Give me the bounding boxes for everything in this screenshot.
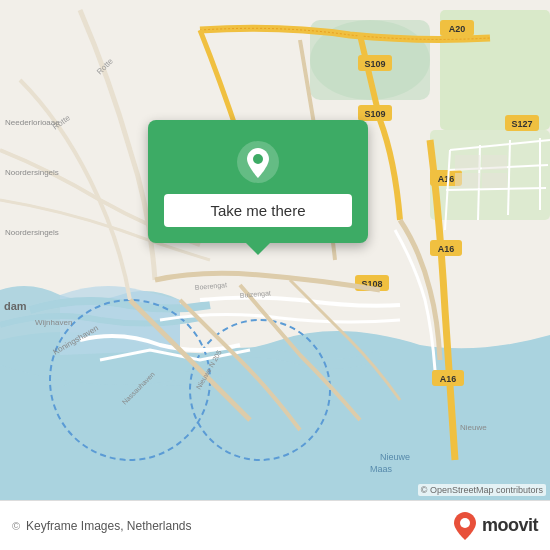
map-attribution: © OpenStreetMap contributors — [418, 484, 546, 496]
svg-text:Neederlorioaae: Neederlorioaae — [5, 118, 60, 127]
take-me-there-button[interactable]: Take me there — [164, 194, 352, 227]
svg-text:A16: A16 — [438, 244, 455, 254]
svg-text:S109: S109 — [364, 59, 385, 69]
svg-text:Noordersingels: Noordersingels — [5, 168, 59, 177]
svg-text:S127: S127 — [511, 119, 532, 129]
moovit-logo: moovit — [452, 511, 538, 541]
svg-text:Noordersingels: Noordersingels — [5, 228, 59, 237]
moovit-pin-icon — [452, 511, 478, 541]
svg-text:Wijnhaven: Wijnhaven — [35, 318, 72, 327]
svg-rect-45 — [482, 155, 507, 170]
svg-text:A16: A16 — [440, 374, 457, 384]
svg-text:Maas: Maas — [370, 464, 393, 474]
bottom-bar: © Keyframe Images, Netherlands moovit — [0, 500, 550, 550]
svg-rect-44 — [455, 155, 480, 170]
svg-text:dam: dam — [4, 300, 27, 312]
bottom-left-info: © Keyframe Images, Netherlands — [12, 519, 192, 533]
svg-text:S109: S109 — [364, 109, 385, 119]
map-container: A20 S109 S109 A16 A16 A16 S108 S127 Rott… — [0, 0, 550, 500]
location-pin-icon — [236, 140, 280, 184]
svg-text:Nieuwe: Nieuwe — [380, 452, 410, 462]
brand-name: moovit — [482, 515, 538, 536]
map-svg: A20 S109 S109 A16 A16 A16 S108 S127 Rott… — [0, 0, 550, 500]
svg-rect-47 — [482, 173, 507, 188]
svg-rect-46 — [455, 173, 480, 188]
svg-point-50 — [253, 154, 263, 164]
svg-text:A16: A16 — [438, 174, 455, 184]
svg-point-51 — [460, 518, 470, 528]
sub-label: Keyframe Images, Netherlands — [26, 519, 191, 533]
svg-text:Nieuwe: Nieuwe — [460, 423, 487, 432]
copyright-symbol: © — [12, 520, 20, 532]
location-card: Take me there — [148, 120, 368, 243]
svg-text:A20: A20 — [449, 24, 466, 34]
